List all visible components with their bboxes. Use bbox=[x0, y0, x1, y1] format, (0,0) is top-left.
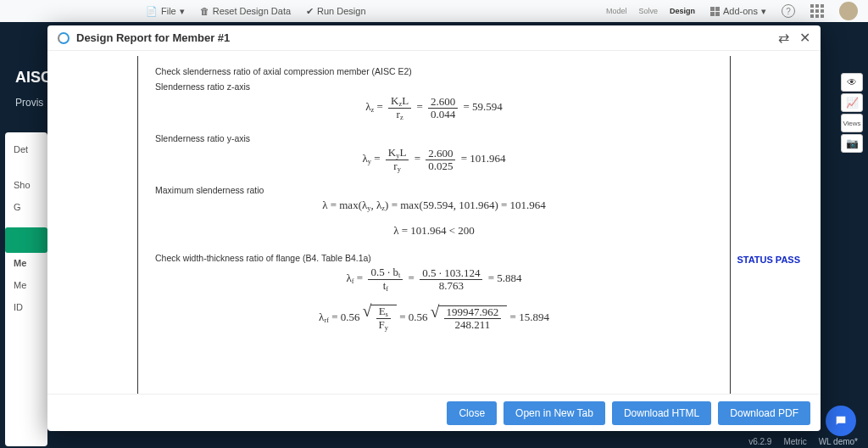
views-button[interactable]: Views bbox=[841, 114, 863, 132]
left-panel-show[interactable]: Sho bbox=[14, 180, 39, 190]
tab-model[interactable]: Model bbox=[606, 7, 627, 15]
trash-icon: 🗑 bbox=[200, 6, 209, 16]
download-pdf-button[interactable]: Download PDF bbox=[718, 401, 810, 425]
report-page: Check slenderness ratio of axial compres… bbox=[137, 56, 731, 394]
mode-tabs: Model Solve Design bbox=[606, 7, 695, 15]
close-button[interactable]: Close bbox=[447, 401, 497, 425]
status-text: STATUS PASS bbox=[737, 255, 800, 265]
close-icon[interactable]: ✕ bbox=[799, 30, 810, 46]
equation-lambda-max: λ = max(λy, λz) = max(59.594, 101.964) =… bbox=[155, 199, 713, 212]
chevron-down-icon: ▾ bbox=[761, 6, 766, 17]
modal-header: Design Report for Member #1 ⇄ ✕ bbox=[47, 25, 821, 51]
left-panel-members-head: Me bbox=[14, 258, 39, 268]
chart-button[interactable]: 📈 bbox=[841, 93, 863, 112]
status-bar: v6.2.9 Metric WL demo* bbox=[738, 434, 868, 448]
section-heading: Check slenderness ratio of axial compres… bbox=[155, 66, 713, 76]
chat-fab[interactable] bbox=[826, 406, 856, 436]
file-icon: 📄 bbox=[146, 6, 158, 17]
run-action-button[interactable] bbox=[5, 227, 47, 253]
chart-icon: 📈 bbox=[846, 97, 859, 109]
equation-lambda-f: λf = 0.5 · bttf = 0.5 · 103.1248.763 = 5… bbox=[155, 266, 713, 293]
modal-title: Design Report for Member #1 bbox=[76, 31, 230, 44]
camera-button[interactable]: 📷 bbox=[841, 134, 863, 153]
section-subheading: Slenderness ratio y-axis bbox=[155, 133, 713, 143]
version-label: v6.2.9 bbox=[748, 437, 771, 446]
section-subheading: Maximum slenderness ratio bbox=[155, 185, 713, 195]
app-logo-icon bbox=[58, 32, 70, 44]
modal-footer: Close Open in New Tab Download HTML Down… bbox=[47, 394, 821, 431]
user-avatar[interactable] bbox=[839, 2, 858, 20]
visibility-button[interactable]: 👁 bbox=[841, 73, 863, 92]
run-design-button[interactable]: ✔ Run Design bbox=[306, 6, 365, 17]
view-quick-tools: 👁 📈 Views 📷 bbox=[841, 73, 863, 153]
left-panel-id[interactable]: ID bbox=[14, 302, 39, 312]
help-button[interactable]: ? bbox=[782, 4, 795, 18]
design-code-label: AISC bbox=[15, 69, 52, 87]
left-panel-details[interactable]: Det bbox=[14, 144, 39, 154]
addons-icon bbox=[710, 7, 720, 16]
equation-lambda-limit: λ = 101.964 < 200 bbox=[155, 224, 713, 238]
modal-body[interactable]: STATUS PASS Check slenderness ratio of a… bbox=[47, 51, 821, 394]
design-report-modal: Design Report for Member #1 ⇄ ✕ STATUS P… bbox=[47, 25, 821, 431]
left-panel: Det Sho G Me Me ID bbox=[5, 132, 47, 446]
units-label[interactable]: Metric bbox=[783, 437, 806, 446]
open-external-icon[interactable]: ⇄ bbox=[778, 30, 789, 46]
provisions-label: Provis bbox=[15, 97, 43, 109]
equation-lambda-rf: λrf = 0.56 √EsFy = 0.56 √199947.962248.2… bbox=[155, 305, 713, 332]
project-label[interactable]: WL demo* bbox=[819, 437, 858, 446]
apps-grid-icon[interactable] bbox=[810, 4, 824, 18]
chevron-down-icon: ▾ bbox=[180, 6, 185, 17]
section-subheading: Slenderness ratio z-axis bbox=[155, 81, 713, 92]
chat-icon bbox=[834, 414, 848, 428]
tab-design[interactable]: Design bbox=[670, 7, 695, 15]
left-panel-member[interactable]: Me bbox=[14, 280, 39, 290]
camera-icon: 📷 bbox=[846, 137, 859, 149]
section-heading: Check width-thickness ratio of flange (B… bbox=[155, 253, 713, 263]
reset-design-button[interactable]: 🗑 Reset Design Data bbox=[200, 6, 291, 16]
eye-icon: 👁 bbox=[847, 76, 857, 88]
tab-solve[interactable]: Solve bbox=[638, 7, 658, 15]
check-icon: ✔ bbox=[306, 6, 314, 17]
addons-button[interactable]: Add-ons ▾ bbox=[710, 6, 766, 17]
left-panel-go[interactable]: G bbox=[14, 202, 39, 212]
download-html-button[interactable]: Download HTML bbox=[612, 401, 711, 425]
equation-lambda-y: λy = KyLry = 2.6000.025 = 101.964 bbox=[155, 147, 713, 173]
open-new-tab-button[interactable]: Open in New Tab bbox=[504, 401, 605, 425]
app-toolbar: 📄 File ▾ 🗑 Reset Design Data ✔ Run Desig… bbox=[0, 0, 868, 22]
equation-lambda-z: λz = KzLrz = 2.6000.044 = 59.594 bbox=[155, 95, 713, 121]
file-menu[interactable]: 📄 File ▾ bbox=[146, 6, 185, 17]
